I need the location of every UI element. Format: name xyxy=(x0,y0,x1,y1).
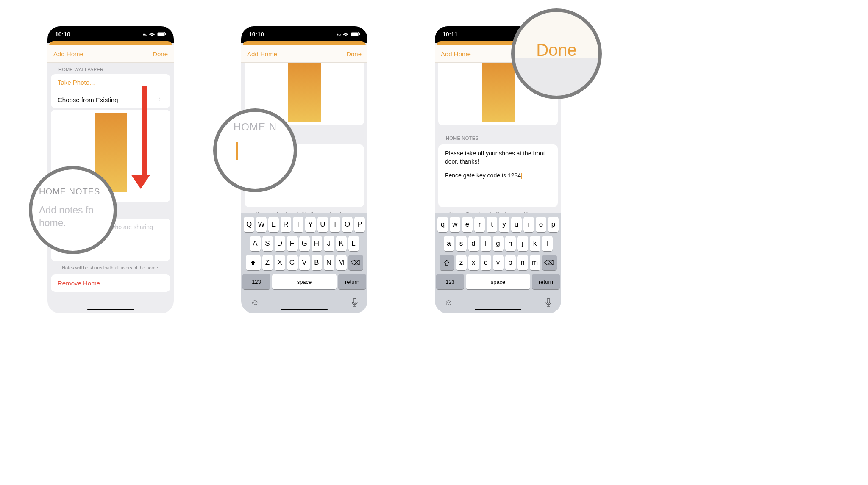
key-u[interactable]: U xyxy=(317,217,328,232)
key-v[interactable]: V xyxy=(299,255,310,270)
add-home-button[interactable]: Add Home xyxy=(441,50,471,58)
key-w[interactable]: w xyxy=(450,217,460,232)
wallpaper-section-header: HOME WALLPAPER xyxy=(47,63,174,74)
key-k[interactable]: k xyxy=(530,236,540,251)
key-v[interactable]: v xyxy=(493,255,504,270)
key-f[interactable]: f xyxy=(481,236,491,251)
key-s[interactable]: S xyxy=(262,236,273,251)
key-r[interactable]: R xyxy=(281,217,291,232)
home-indicator[interactable] xyxy=(281,309,328,310)
keyboard-row-3: z x c v b n m ⌫ xyxy=(436,255,560,270)
spacer xyxy=(445,166,551,172)
key-n[interactable]: N xyxy=(324,255,334,270)
key-k[interactable]: K xyxy=(336,236,347,251)
backspace-key[interactable]: ⌫ xyxy=(542,255,557,270)
key-g[interactable]: g xyxy=(493,236,504,251)
key-o[interactable]: o xyxy=(536,217,546,232)
key-x[interactable]: X xyxy=(275,255,285,270)
key-q[interactable]: q xyxy=(437,217,448,232)
wallpaper-options-card: Take Photo... Choose from Existing 〉 xyxy=(51,74,170,108)
status-indicators: ▪▫ xyxy=(143,31,166,38)
keyboard[interactable]: Q W E R T Y U I O P A S D F G H J K L Z xyxy=(241,213,367,313)
key-m[interactable]: M xyxy=(336,255,347,270)
signal-icon: ▪▫ xyxy=(143,31,147,38)
key-a[interactable]: a xyxy=(444,236,454,251)
emoji-icon[interactable]: ☺ xyxy=(444,298,453,309)
home-indicator[interactable] xyxy=(87,309,134,310)
keyboard-row-4: 123 space return xyxy=(436,274,560,289)
key-i[interactable]: I xyxy=(330,217,340,232)
key-r[interactable]: r xyxy=(474,217,485,232)
key-y[interactable]: y xyxy=(499,217,509,232)
wallpaper-thumbnail[interactable] xyxy=(288,63,321,122)
home-indicator[interactable] xyxy=(475,309,521,310)
wifi-icon xyxy=(149,31,155,38)
done-button[interactable]: Done xyxy=(153,50,168,58)
text-cursor xyxy=(521,173,522,179)
add-home-button[interactable]: Add Home xyxy=(53,50,83,58)
shift-key[interactable] xyxy=(246,255,261,270)
key-t[interactable]: T xyxy=(293,217,303,232)
key-l[interactable]: L xyxy=(348,236,359,251)
key-t[interactable]: t xyxy=(487,217,497,232)
battery-icon xyxy=(351,31,360,38)
key-i[interactable]: i xyxy=(523,217,534,232)
key-u[interactable]: u xyxy=(511,217,522,232)
key-e[interactable]: e xyxy=(462,217,473,232)
key-x[interactable]: x xyxy=(468,255,479,270)
key-h[interactable]: h xyxy=(505,236,516,251)
keyboard-tools: ☺ xyxy=(241,298,367,309)
key-c[interactable]: c xyxy=(481,255,491,270)
key-w[interactable]: W xyxy=(256,217,267,232)
backspace-icon: ⌫ xyxy=(351,258,361,267)
key-d[interactable]: D xyxy=(275,236,285,251)
key-q[interactable]: Q xyxy=(244,217,254,232)
key-z[interactable]: Z xyxy=(262,255,273,270)
take-photo-option[interactable]: Take Photo... xyxy=(51,74,170,91)
done-button[interactable]: Done xyxy=(346,50,362,58)
mode-key[interactable]: 123 xyxy=(436,274,464,289)
mode-key[interactable]: 123 xyxy=(242,274,270,289)
status-bar: 10:10 ▪▫ xyxy=(241,26,367,43)
key-j[interactable]: J xyxy=(324,236,334,251)
key-p[interactable]: p xyxy=(548,217,559,232)
key-p[interactable]: P xyxy=(354,217,365,232)
svg-rect-1 xyxy=(158,32,164,36)
key-s[interactable]: s xyxy=(456,236,467,251)
emoji-icon[interactable]: ☺ xyxy=(250,298,259,309)
key-g[interactable]: G xyxy=(299,236,310,251)
key-d[interactable]: d xyxy=(468,236,479,251)
key-f[interactable]: F xyxy=(287,236,298,251)
key-l[interactable]: l xyxy=(542,236,553,251)
keyboard-tools: ☺ xyxy=(435,298,561,309)
choose-existing-option[interactable]: Choose from Existing 〉 xyxy=(51,91,170,108)
shift-key[interactable] xyxy=(440,255,454,270)
mic-icon[interactable] xyxy=(351,298,358,309)
home-notes-field[interactable]: Please take off your shoes at the front … xyxy=(438,144,558,207)
status-time: 10:10 xyxy=(249,31,264,38)
key-n[interactable]: n xyxy=(517,255,528,270)
keyboard[interactable]: q w e r t y u i o p a s d f g h j k l z xyxy=(435,213,561,313)
key-e[interactable]: E xyxy=(268,217,279,232)
callout-done-button: Done xyxy=(511,8,602,99)
return-key[interactable]: return xyxy=(338,274,366,289)
return-key[interactable]: return xyxy=(532,274,560,289)
key-y[interactable]: Y xyxy=(305,217,316,232)
mic-icon[interactable] xyxy=(545,298,552,309)
wallpaper-thumbnail[interactable] xyxy=(482,63,515,122)
space-key[interactable]: space xyxy=(466,274,530,289)
backspace-key[interactable]: ⌫ xyxy=(348,255,363,270)
key-j[interactable]: j xyxy=(517,236,528,251)
add-home-button[interactable]: Add Home xyxy=(247,50,277,58)
key-m[interactable]: m xyxy=(530,255,540,270)
space-key[interactable]: space xyxy=(272,274,337,289)
key-b[interactable]: b xyxy=(505,255,516,270)
key-h[interactable]: H xyxy=(312,236,322,251)
chevron-right-icon: 〉 xyxy=(158,96,164,103)
key-o[interactable]: O xyxy=(342,217,353,232)
key-z[interactable]: z xyxy=(456,255,467,270)
key-c[interactable]: C xyxy=(287,255,298,270)
key-b[interactable]: B xyxy=(312,255,322,270)
key-a[interactable]: A xyxy=(250,236,261,251)
remove-home-button[interactable]: Remove Home xyxy=(51,274,170,292)
